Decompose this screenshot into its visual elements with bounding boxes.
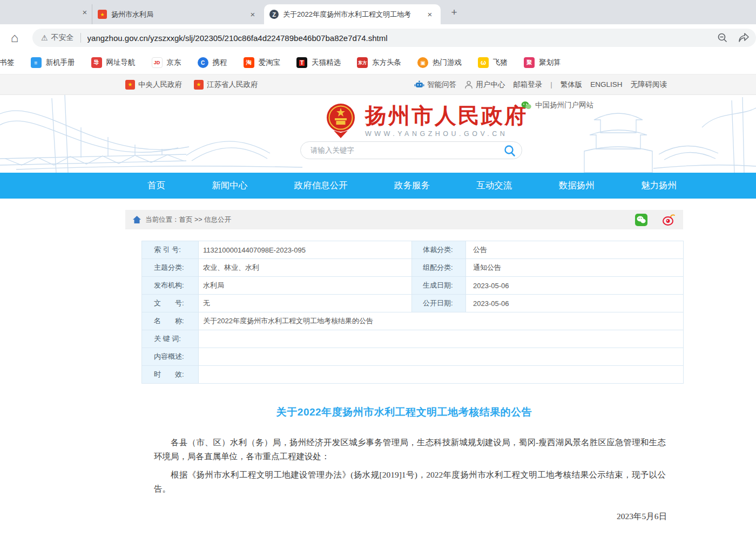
taobao-icon: 淘 [244, 57, 254, 68]
meta-value: 水利局 [199, 277, 412, 295]
bookmark-label: 京东 [167, 58, 181, 67]
bookmark-label: 机书签 [0, 58, 15, 67]
link-central-government[interactable]: 中央人民政府 [125, 80, 182, 90]
new-tab-button[interactable]: + [447, 5, 461, 19]
weibo-share-icon[interactable] [663, 214, 676, 226]
share-icon[interactable] [738, 32, 750, 43]
smart-qa-link[interactable]: 智能问答 [414, 80, 456, 90]
bookmark-label: 飞猪 [493, 58, 508, 67]
zoom-out-icon[interactable] [717, 32, 728, 43]
table-row: 发布机构: 水利局 生成日期: 2023-05-06 [142, 277, 684, 295]
portal-label: 中国扬州门户网站 [535, 100, 593, 110]
table-row: 内容概述: [142, 348, 684, 366]
bookmark-feizhu[interactable]: ω 飞猪 [478, 57, 508, 68]
user-center-link[interactable]: 用户中心 [464, 80, 505, 90]
gov-utility-bar: 中央人民政府 江苏省人民政府 智能问答 用户中心 邮箱登录 | 繁体版 ENGL… [0, 74, 756, 95]
link-jiangsu-government[interactable]: 江苏省人民政府 [194, 80, 258, 90]
accessibility-link[interactable]: 无障碍阅读 [631, 80, 667, 90]
nav-item-interaction[interactable]: 互动交流 [476, 180, 512, 192]
meta-label: 名 称: [142, 312, 199, 330]
nav-item-charm-yangzhou[interactable]: 魅力扬州 [641, 180, 677, 192]
bookmark-hot-games[interactable]: ▣ 热门游戏 [417, 57, 462, 68]
gov-emblem-icon [194, 80, 204, 90]
table-row: 索 引 号: 11321000014407098E-2023-095 体裁分类:… [142, 241, 684, 259]
search-icon[interactable] [503, 144, 516, 157]
nav-item-news[interactable]: 新闻中心 [212, 180, 247, 192]
metadata-table: 索 引 号: 11321000014407098E-2023-095 体裁分类:… [141, 241, 684, 384]
nav-item-home[interactable]: 首页 [147, 180, 165, 192]
portal-badge[interactable]: 中国扬州门户网站 [521, 100, 593, 110]
wechat-share-icon[interactable] [635, 214, 647, 226]
meta-label: 主题分类: [142, 259, 199, 277]
english-link[interactable]: ENGLISH [590, 80, 622, 88]
meta-label: 公开日期: [412, 295, 466, 312]
close-tab-icon[interactable]: × [79, 6, 90, 17]
bookmark-tmall[interactable]: T 天猫精选 [296, 57, 341, 68]
site-banner: 扬州市人民政府 WWW.YANGZHOU.GOV.CN 中国扬州门户网站 [0, 95, 756, 173]
tab-title: 扬州市水利局 [111, 10, 243, 19]
site-name: 扬州市人民政府 [365, 104, 528, 127]
bookmark-label: 携程 [213, 58, 227, 67]
bookmark-phone-bookmarks[interactable]: 机书签 [0, 58, 15, 67]
bookmark-label: 热门游戏 [433, 58, 462, 67]
site-logo-block[interactable]: 扬州市人民政府 WWW.YANGZHOU.GOV.CN [324, 103, 528, 138]
url-text[interactable]: yangzhou.gov.cn/yzszxxgk/slj/202305/210c… [87, 33, 707, 43]
close-tab-icon[interactable]: × [424, 9, 435, 20]
site-search[interactable] [300, 141, 522, 159]
meta-label: 生成日期: [412, 277, 466, 295]
nav-site-icon: 导 [91, 57, 102, 68]
tab-title: 关于2022年度扬州市水利工程文明工地考 [283, 10, 420, 19]
banner-art-bridge [0, 95, 302, 173]
table-row: 主题分类: 农业、林业、水利 组配分类: 通知公告 [142, 259, 684, 277]
meta-label: 组配分类: [412, 259, 466, 277]
utility-label: 智能问答 [427, 80, 456, 90]
jd-icon: JD [152, 57, 163, 68]
bookmark-new-phone-manual[interactable]: ≡ 新机手册 [31, 57, 75, 68]
tab-yangzhou-water-bureau[interactable]: 扬州市水利局 × [92, 4, 264, 24]
traditional-chinese-link[interactable]: 繁体版 [561, 80, 583, 90]
table-row: 时 效: [142, 366, 684, 384]
meta-value [199, 366, 684, 384]
toutiao-icon: 东方 [357, 57, 368, 68]
meta-label: 体裁分类: [412, 241, 466, 259]
close-tab-icon[interactable]: × [247, 9, 258, 20]
tab-strip: × 扬州市水利局 × Z 关于2022年度扬州市水利工程文明工地考 × + [0, 0, 756, 24]
article-title: 关于2022年度扬州市水利工程文明工地考核结果的公告 [125, 405, 683, 419]
breadcrumb-text: 当前位置：首页 >> 信息公开 [145, 215, 231, 224]
gov-emblem-favicon [98, 10, 107, 19]
url-field[interactable]: ⚠ 不安全 yangzhou.gov.cn/yzszxxgk/slj/20230… [32, 29, 756, 47]
nav-item-info-disclosure[interactable]: 政府信息公开 [294, 180, 348, 192]
table-row: 关 键 词: [142, 330, 684, 348]
bookmark-dongfang-toutiao[interactable]: 东方 东方头条 [357, 57, 401, 68]
home-icon[interactable]: ⌂ [5, 30, 24, 45]
bookmark-label: 聚划算 [539, 58, 561, 67]
bookmark-jd[interactable]: JD 京东 [152, 57, 181, 68]
mail-login-link[interactable]: 邮箱登录 [513, 80, 542, 90]
bookmark-label: 网址导航 [106, 58, 136, 67]
bookmark-aitaobao[interactable]: 淘 爱淘宝 [244, 57, 281, 68]
meta-value: 通知公告 [466, 259, 684, 277]
home-icon [133, 216, 141, 223]
search-input[interactable] [310, 146, 503, 154]
security-warning-icon: ⚠ [41, 33, 48, 42]
article-body: 各县（市、区）水利（务）局，扬州经济开发区城乡事务管理局，生态科技新城规划建设局… [154, 435, 666, 496]
bookmark-juhuasuan[interactable]: 聚 聚划算 [524, 57, 561, 68]
gov-emblem-icon [125, 80, 135, 90]
nav-item-services[interactable]: 政务服务 [394, 180, 430, 192]
bookmark-label: 爱淘宝 [259, 58, 281, 67]
page-content: 当前位置：首页 >> 信息公开 索 引 号: 11321000014407098… [125, 210, 683, 538]
banner-art-pagoda [578, 95, 756, 173]
bookmark-site-navigation[interactable]: 导 网址导航 [91, 57, 136, 68]
gov-links: 中央人民政府 江苏省人民政府 [125, 80, 258, 90]
tmall-icon: T [296, 57, 307, 68]
national-emblem-logo [324, 103, 357, 138]
meta-value: 农业、林业、水利 [199, 259, 412, 277]
meta-label: 关 键 词: [142, 330, 199, 348]
breadcrumb-current-link[interactable]: 信息公开 [204, 216, 231, 223]
tab-announcement-active[interactable]: Z 关于2022年度扬州市水利工程文明工地考 × [264, 4, 441, 24]
security-label[interactable]: 不安全 [51, 33, 74, 43]
meta-label: 索 引 号: [142, 241, 199, 259]
bookmark-ctrip[interactable]: C 携程 [198, 57, 227, 68]
breadcrumb-home-link[interactable]: 首页 [179, 216, 193, 223]
nav-item-data-yangzhou[interactable]: 数据扬州 [559, 180, 595, 192]
